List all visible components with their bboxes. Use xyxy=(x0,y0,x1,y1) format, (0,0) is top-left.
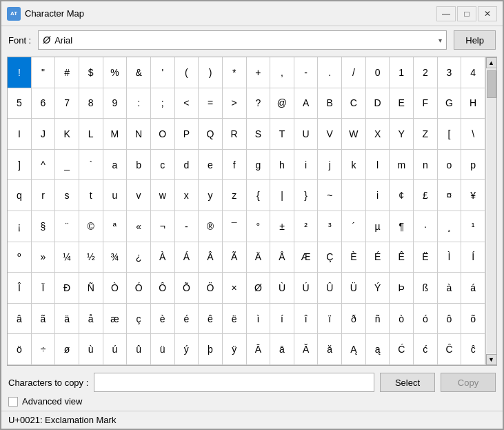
char-cell[interactable]: v xyxy=(127,180,151,211)
char-cell[interactable]: 3 xyxy=(438,57,462,88)
char-cell[interactable]: Ê xyxy=(390,242,414,273)
char-cell[interactable]: Ô xyxy=(151,273,175,304)
char-cell[interactable]: í xyxy=(270,304,294,335)
char-cell[interactable]: H xyxy=(461,88,485,119)
char-cell[interactable]: s xyxy=(55,180,79,211)
char-cell[interactable]: · xyxy=(414,211,438,242)
char-cell[interactable]: å xyxy=(79,304,103,335)
char-cell[interactable]: µ xyxy=(366,211,390,242)
char-cell[interactable]: Ò xyxy=(103,273,128,304)
char-cell[interactable]: ą xyxy=(366,334,390,365)
char-cell[interactable]: } xyxy=(294,180,319,211)
char-cell[interactable]: Ą xyxy=(342,334,366,365)
char-cell[interactable]: É xyxy=(366,242,390,273)
char-cell[interactable]: ì xyxy=(247,304,271,335)
char-cell[interactable]: º xyxy=(8,242,32,273)
char-cell[interactable]: g xyxy=(247,150,271,181)
char-cell[interactable]: A xyxy=(294,88,319,119)
char-cell[interactable]: Ö xyxy=(199,273,223,304)
char-cell[interactable]: t xyxy=(79,180,103,211)
char-cell[interactable]: a xyxy=(103,150,128,181)
char-cell[interactable]: ; xyxy=(151,88,175,119)
char-cell[interactable]: $ xyxy=(79,57,103,88)
char-cell[interactable]: ¼ xyxy=(55,242,79,273)
char-cell[interactable]: Q xyxy=(199,119,223,150)
char-cell[interactable]: O xyxy=(151,119,175,150)
char-cell[interactable]: ) xyxy=(199,57,223,88)
char-cell[interactable]: + xyxy=(247,57,271,88)
char-cell[interactable]: è xyxy=(151,304,175,335)
char-cell[interactable]: D xyxy=(366,88,390,119)
scrollbar-up-button[interactable]: ▲ xyxy=(486,57,497,68)
maximize-button[interactable]: □ xyxy=(457,6,476,21)
char-cell[interactable]: w xyxy=(151,180,175,211)
scrollbar-track[interactable] xyxy=(487,69,496,353)
char-cell[interactable]: ` xyxy=(79,150,103,181)
char-cell[interactable]: ò xyxy=(390,304,414,335)
char-cell[interactable]: \ xyxy=(461,119,485,150)
char-cell[interactable]: ³ xyxy=(318,211,342,242)
char-cell[interactable]: Ú xyxy=(294,273,319,304)
char-cell[interactable]: _ xyxy=(55,150,79,181)
char-cell[interactable]: £ xyxy=(414,180,438,211)
font-select[interactable]: Ø Arial ▾ xyxy=(38,30,447,50)
char-cell[interactable]: ñ xyxy=(366,304,390,335)
char-cell[interactable]: 0 xyxy=(366,57,390,88)
scrollbar-thumb[interactable] xyxy=(487,70,496,98)
char-cell[interactable]: ² xyxy=(294,211,319,242)
char-cell[interactable]: Ó xyxy=(127,273,151,304)
char-cell[interactable]: ü xyxy=(151,334,175,365)
char-cell[interactable]: È xyxy=(342,242,366,273)
char-cell[interactable]: õ xyxy=(461,304,485,335)
char-cell[interactable]: Ä xyxy=(247,242,271,273)
char-cell[interactable]: ' xyxy=(151,57,175,88)
char-cell[interactable]: Ü xyxy=(342,273,366,304)
char-cell[interactable]: i xyxy=(366,180,390,211)
char-cell[interactable]: ć xyxy=(414,334,438,365)
minimize-button[interactable]: — xyxy=(436,6,456,21)
char-cell[interactable]: § xyxy=(32,211,56,242)
char-cell[interactable]: z xyxy=(223,180,247,211)
scrollbar-down-button[interactable]: ▼ xyxy=(486,354,497,365)
char-cell[interactable]: ] xyxy=(8,150,32,181)
char-cell[interactable]: Í xyxy=(461,242,485,273)
char-cell[interactable]: l xyxy=(366,150,390,181)
char-cell[interactable]: Ù xyxy=(270,273,294,304)
char-cell[interactable]: Y xyxy=(390,119,414,150)
char-cell[interactable]: Ĉ xyxy=(438,334,462,365)
copy-button[interactable]: Copy xyxy=(441,373,496,392)
char-cell[interactable]: ĉ xyxy=(461,334,485,365)
char-cell[interactable]: 4 xyxy=(461,57,485,88)
char-cell[interactable]: Õ xyxy=(175,273,199,304)
char-cell[interactable]: ´ xyxy=(342,211,366,242)
char-cell[interactable]: C xyxy=(342,88,366,119)
char-cell[interactable]: Ì xyxy=(438,242,462,273)
chars-to-copy-input[interactable] xyxy=(94,373,374,392)
char-cell[interactable]: ã xyxy=(32,304,56,335)
char-cell[interactable]: V xyxy=(318,119,342,150)
char-cell[interactable]: ÷ xyxy=(32,334,56,365)
char-cell[interactable]: ª xyxy=(103,211,128,242)
char-cell[interactable]: î xyxy=(294,304,319,335)
char-cell[interactable]: Þ xyxy=(390,273,414,304)
char-cell[interactable]: Ă xyxy=(294,334,319,365)
char-cell[interactable]: u xyxy=(103,180,128,211)
char-cell[interactable]: Ã xyxy=(223,242,247,273)
char-cell[interactable]: @ xyxy=(270,88,294,119)
char-cell[interactable]: á xyxy=(461,273,485,304)
char-cell[interactable]: 9 xyxy=(103,88,128,119)
char-cell[interactable]: ® xyxy=(199,211,223,242)
char-cell[interactable]: ÿ xyxy=(223,334,247,365)
char-cell[interactable]: Ë xyxy=(414,242,438,273)
char-cell[interactable]: ¯ xyxy=(223,211,247,242)
char-cell[interactable]: U xyxy=(294,119,319,150)
char-cell[interactable]: Ñ xyxy=(79,273,103,304)
char-cell[interactable]: ó xyxy=(414,304,438,335)
char-cell[interactable]: J xyxy=(32,119,56,150)
char-cell[interactable]: Ý xyxy=(366,273,390,304)
char-cell[interactable]: E xyxy=(390,88,414,119)
select-button[interactable]: Select xyxy=(380,373,435,392)
char-cell[interactable]: q xyxy=(8,180,32,211)
char-cell[interactable]: B xyxy=(318,88,342,119)
char-cell[interactable]: < xyxy=(175,88,199,119)
